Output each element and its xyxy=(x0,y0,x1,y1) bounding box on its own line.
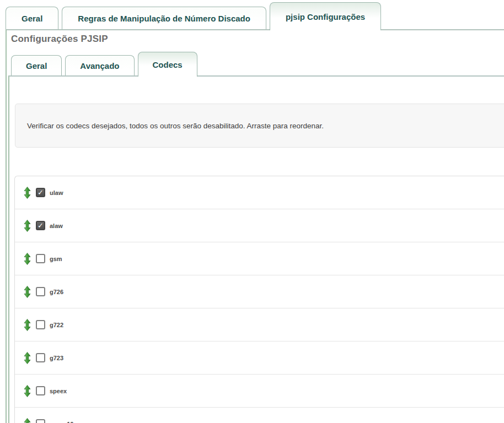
up-down-arrow-icon xyxy=(24,253,31,265)
sub-tabbar: Geral Avançado Codecs xyxy=(11,52,197,75)
codec-row-3[interactable]: g726 xyxy=(15,275,504,308)
codecs-panel: Verificar os codecs desejados, todos os … xyxy=(8,75,504,423)
top-tab-label: Geral xyxy=(22,14,42,23)
sub-tab-1[interactable]: Avançado xyxy=(65,55,134,75)
up-down-arrow-icon xyxy=(24,286,31,298)
drag-handle[interactable] xyxy=(24,286,31,298)
codec-label: ulaw xyxy=(50,189,63,196)
codec-row-0[interactable]: ulaw xyxy=(15,176,504,209)
codec-checkbox-6[interactable] xyxy=(36,386,45,395)
codec-row-2[interactable]: gsm xyxy=(15,242,504,275)
sub-tab-label: Geral xyxy=(26,61,47,70)
codec-row-1[interactable]: alaw xyxy=(15,209,504,242)
codec-label: alaw xyxy=(50,223,63,229)
drag-handle[interactable] xyxy=(24,385,31,397)
top-tab-2[interactable]: pjsip Configurações xyxy=(270,2,381,30)
codec-label: speex16 xyxy=(50,421,73,423)
up-down-arrow-icon xyxy=(24,220,31,232)
top-tab-0[interactable]: Geral xyxy=(6,7,58,29)
codec-list: ulaw alaw xyxy=(14,176,504,423)
drag-handle[interactable] xyxy=(24,253,31,265)
top-tabbar: Geral Regras de Manipulação de Número Di… xyxy=(6,0,381,29)
drag-handle[interactable] xyxy=(24,187,31,199)
up-down-arrow-icon xyxy=(24,385,31,397)
codec-checkbox-4[interactable] xyxy=(36,320,45,329)
sub-tab-0[interactable]: Geral xyxy=(11,55,62,75)
sub-tab-label: Codecs xyxy=(153,60,183,69)
codec-label: speex xyxy=(50,388,67,394)
codec-label: g723 xyxy=(50,355,63,361)
codec-checkbox-7[interactable] xyxy=(36,419,45,423)
codec-row-7[interactable]: speex16 xyxy=(15,408,504,423)
drag-handle[interactable] xyxy=(24,352,31,364)
top-tab-label: pjsip Configurações xyxy=(286,12,365,21)
up-down-arrow-icon xyxy=(24,352,31,364)
drag-handle[interactable] xyxy=(24,220,31,232)
up-down-arrow-icon xyxy=(24,418,31,423)
up-down-arrow-icon xyxy=(24,319,31,331)
codec-row-5[interactable]: g723 xyxy=(15,341,504,375)
codec-checkbox-3[interactable] xyxy=(36,287,45,296)
drag-handle[interactable] xyxy=(24,319,31,331)
page-title: Configurações PJSIP xyxy=(11,34,504,45)
codec-checkbox-1[interactable] xyxy=(36,221,45,230)
codec-label: gsm xyxy=(50,256,62,262)
codec-label: g722 xyxy=(50,322,63,328)
pjsip-settings-panel: Configurações PJSIP Geral Avançado Codec… xyxy=(6,29,504,423)
codec-label: g726 xyxy=(50,289,63,295)
codec-checkbox-0[interactable] xyxy=(36,188,45,197)
codec-row-4[interactable]: g722 xyxy=(15,308,504,341)
codec-checkbox-2[interactable] xyxy=(36,254,45,263)
top-tab-1[interactable]: Regras de Manipulação de Número Discado xyxy=(62,7,266,29)
codec-checkbox-5[interactable] xyxy=(36,353,45,362)
sub-tab-2[interactable]: Codecs xyxy=(138,52,197,77)
drag-handle[interactable] xyxy=(24,418,31,423)
up-down-arrow-icon xyxy=(24,187,31,199)
sub-tab-label: Avançado xyxy=(80,61,119,70)
codec-row-6[interactable]: speex xyxy=(15,375,504,408)
codecs-notice-text: Verificar os codecs desejados, todos os … xyxy=(27,122,324,130)
top-tab-label: Regras de Manipulação de Número Discado xyxy=(78,14,250,23)
codecs-notice: Verificar os codecs desejados, todos os … xyxy=(15,104,504,148)
